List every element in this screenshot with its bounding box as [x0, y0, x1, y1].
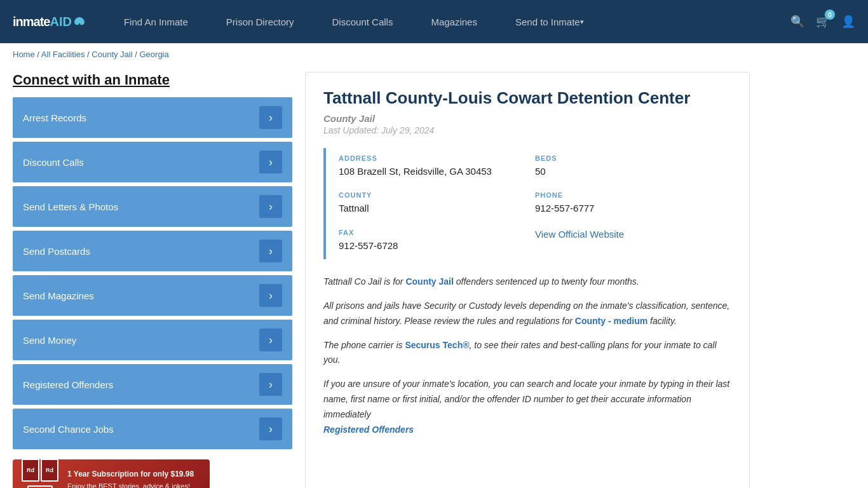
chevron-right-icon: ›	[259, 284, 282, 307]
facility-type: County Jail	[323, 113, 731, 124]
ad-content: 1 Year Subscription for only $19.98 Enjo…	[67, 469, 194, 488]
chevron-right-icon: ›	[259, 151, 282, 173]
facility-desc-2: All prisons and jails have Security or C…	[323, 299, 731, 329]
sidebar-btn-registered-offenders[interactable]: Registered Offenders ›	[13, 364, 292, 405]
sidebar-title: Connect with an Inmate	[13, 72, 292, 88]
sidebar-btn-arrest-records[interactable]: Arrest Records ›	[13, 97, 292, 138]
info-cell-website: View Official Website	[535, 222, 731, 260]
ad-logo: Rd	[27, 485, 53, 488]
facility-info-grid: ADDRESS 108 Brazell St, Reidsville, GA 3…	[323, 148, 731, 260]
sidebar-btn-send-money-label: Send Money	[23, 335, 76, 346]
logo[interactable]: inmate AID	[13, 15, 86, 29]
info-cell-fax: FAX 912-557-6728	[339, 222, 535, 260]
phone-value: 912-557-6777	[535, 201, 731, 216]
sidebar-btn-send-magazines-label: Send Magazines	[23, 290, 94, 301]
sidebar-btn-second-chance-jobs-label: Second Chance Jobs	[23, 424, 114, 435]
sidebar-btn-send-postcards-label: Send Postcards	[23, 246, 90, 257]
desc1-start: Tattnall Co Jail is for	[323, 276, 405, 287]
breadcrumb-county-jail[interactable]: County Jail	[92, 50, 132, 59]
info-cell-beds: BEDS 50	[535, 148, 731, 186]
sidebar-btn-discount-calls-label: Discount Calls	[23, 157, 84, 168]
county-jail-highlight[interactable]: County Jail	[405, 276, 453, 287]
ad-subtitle: Enjoy the BEST stories, advice & jokes!	[67, 482, 194, 488]
sidebar-btn-send-magazines[interactable]: Send Magazines ›	[13, 275, 292, 316]
nav-prison-directory[interactable]: Prison Directory	[207, 0, 313, 43]
nav-send-to-inmate[interactable]: Send to Inmate	[496, 0, 603, 43]
facility-title: Tattnall County-Louis Cowart Detention C…	[323, 88, 731, 109]
registered-offenders-link[interactable]: Registered Offenders	[323, 424, 414, 435]
info-cell-phone: PHONE 912-557-6777	[535, 185, 731, 222]
header-icons: 🔍 🛒 0 👤	[790, 15, 855, 29]
ad-banner: Rd Rd Rd 1 Year Subscription for only $1…	[13, 459, 210, 488]
breadcrumb-home[interactable]: Home	[13, 50, 35, 59]
address-value: 108 Brazell St, Reidsville, GA 30453	[339, 165, 535, 179]
county-label: COUNTY	[339, 191, 535, 199]
chevron-right-icon: ›	[259, 329, 282, 351]
sidebar-btn-second-chance-jobs[interactable]: Second Chance Jobs ›	[13, 409, 292, 449]
facility-detail: Tattnall County-Louis Cowart Detention C…	[305, 72, 750, 488]
facility-desc-4: If you are unsure of your inmate's locat…	[323, 377, 731, 437]
desc2-end: facility.	[648, 316, 677, 326]
user-icon[interactable]: 👤	[841, 15, 855, 29]
nav-find-inmate[interactable]: Find An Inmate	[105, 0, 207, 43]
address-label: ADDRESS	[339, 154, 535, 162]
beds-value: 50	[535, 165, 731, 179]
sidebar-btn-discount-calls[interactable]: Discount Calls ›	[13, 142, 292, 182]
facility-desc-1: Tattnall Co Jail is for County Jail offe…	[323, 274, 731, 290]
desc4-text: If you are unsure of your inmate's locat…	[323, 379, 729, 419]
chevron-right-icon: ›	[259, 373, 282, 396]
search-icon[interactable]: 🔍	[790, 15, 804, 29]
facility-desc-3: The phone carrier is Securus Tech®, to s…	[323, 338, 731, 369]
info-cell-county: COUNTY Tattnall	[339, 185, 535, 222]
nav-magazines[interactable]: Magazines	[412, 0, 496, 43]
desc1-end: offenders sentenced up to twenty four mo…	[454, 276, 639, 287]
county-medium-highlight[interactable]: County - medium	[575, 316, 648, 326]
chevron-right-icon: ›	[259, 417, 282, 440]
sidebar: Connect with an Inmate Arrest Records › …	[13, 72, 292, 488]
chevron-right-icon: ›	[259, 195, 282, 218]
chevron-right-icon: ›	[259, 106, 282, 129]
breadcrumb-all-facilities[interactable]: All Facilities	[41, 50, 85, 59]
desc3-start: The phone carrier is	[323, 340, 405, 350]
official-website-link[interactable]: View Official Website	[535, 229, 624, 240]
sidebar-btn-send-letters-label: Send Letters & Photos	[23, 201, 118, 212]
main-layout: Connect with an Inmate Arrest Records › …	[0, 65, 763, 488]
sidebar-btn-registered-offenders-label: Registered Offenders	[23, 379, 113, 390]
main-nav: Find An Inmate Prison Directory Discount…	[105, 0, 790, 43]
ad-title: 1 Year Subscription for only $19.98	[67, 469, 194, 480]
facility-last-updated: Last Updated: July 29, 2024	[323, 125, 731, 135]
phone-label: PHONE	[535, 191, 731, 199]
beds-label: BEDS	[535, 154, 731, 162]
header: inmate AID Find An Inmate Prison Directo…	[0, 0, 868, 43]
info-cell-address: ADDRESS 108 Brazell St, Reidsville, GA 3…	[339, 148, 535, 186]
cart-badge: 0	[825, 10, 835, 20]
securus-tech-link[interactable]: Securus Tech®	[405, 340, 469, 350]
sidebar-btn-send-money[interactable]: Send Money ›	[13, 320, 292, 360]
breadcrumb: Home / All Facilities / County Jail / Ge…	[0, 43, 868, 65]
fax-value: 912-557-6728	[339, 239, 535, 254]
chevron-right-icon: ›	[259, 240, 282, 262]
sidebar-btn-send-letters[interactable]: Send Letters & Photos ›	[13, 186, 292, 227]
fax-label: FAX	[339, 229, 535, 236]
sidebar-btn-send-postcards[interactable]: Send Postcards ›	[13, 231, 292, 271]
nav-discount-calls[interactable]: Discount Calls	[313, 0, 412, 43]
cart-icon[interactable]: 🛒 0	[816, 15, 830, 29]
breadcrumb-state[interactable]: Georgia	[139, 50, 168, 59]
county-value: Tattnall	[339, 201, 535, 216]
sidebar-btn-arrest-records-label: Arrest Records	[23, 112, 86, 123]
